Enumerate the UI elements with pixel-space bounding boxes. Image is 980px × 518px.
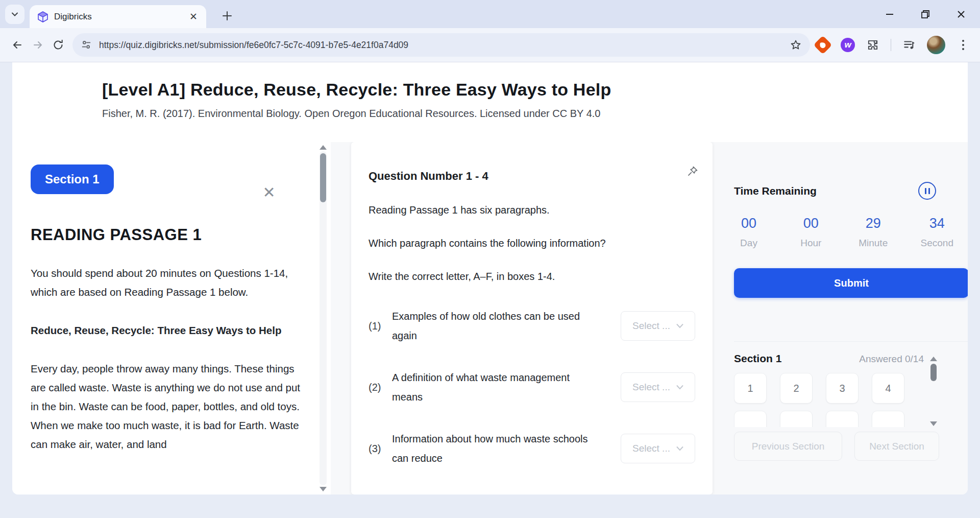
forward-arrow-icon <box>32 39 44 51</box>
chevron-down-icon <box>676 446 683 451</box>
chevron-down-icon <box>676 385 683 390</box>
citation-text: Fisher, M. R. (2017). Environmental Biol… <box>102 108 968 120</box>
back-button[interactable] <box>7 35 28 55</box>
section-badge[interactable]: Section 1 <box>31 164 114 194</box>
address-bar[interactable]: https://quiz.digibricks.net/submission/f… <box>72 33 810 57</box>
timer-hour: 00 Hour <box>796 216 826 249</box>
passage-scrollbar[interactable] <box>320 145 327 491</box>
page-background: [Level A1] Reduce, Reuse, Recycle: Three… <box>0 62 980 518</box>
extensions-puzzle-button[interactable] <box>865 37 880 53</box>
next-section-button[interactable]: Next Section <box>854 432 939 461</box>
submit-button[interactable]: Submit <box>734 268 968 298</box>
tab-close-icon[interactable]: ✕ <box>188 11 199 22</box>
chevron-down-icon <box>11 10 19 18</box>
timer-second: 34 Second <box>921 216 953 249</box>
question-nav-button-5[interactable] <box>734 411 767 427</box>
quiz-sidebar: Time Remaining 00 Day 00 Hour <box>734 142 968 495</box>
question-row-4: (4) An explanation of what happens at a … <box>369 486 695 495</box>
question-row-2: (2) A definition of what waste managemen… <box>369 363 695 411</box>
section-label: Section 1 <box>734 352 781 365</box>
restore-button[interactable] <box>919 8 932 21</box>
pause-icon <box>925 188 926 194</box>
forward-button[interactable] <box>28 35 48 55</box>
page-title: [Level A1] Reduce, Reuse, Recycle: Three… <box>102 80 968 100</box>
timer-minute: 29 Minute <box>859 216 888 249</box>
url-text: https://quiz.digibricks.net/submission/f… <box>99 40 408 51</box>
question-grid-scrollbar[interactable] <box>930 357 937 426</box>
pin-icon[interactable] <box>686 164 699 178</box>
question-nav-button-1[interactable]: 1 <box>734 373 767 404</box>
question-nav-button-4[interactable]: 4 <box>872 373 904 404</box>
extension-writer-icon[interactable]: w <box>841 38 855 52</box>
scrollbar-thumb[interactable] <box>930 364 937 381</box>
question-number: (3) <box>369 443 392 455</box>
bookmark-button[interactable] <box>790 39 802 51</box>
scroll-down-arrow-icon[interactable] <box>930 421 937 426</box>
bookmark-star-icon <box>790 39 802 51</box>
minimize-button[interactable] <box>883 8 896 21</box>
passage-paragraph: Every day, people throw away many things… <box>31 359 310 454</box>
question-nav-button-3[interactable]: 3 <box>826 373 859 404</box>
answer-select-2[interactable]: Select ... <box>621 372 695 402</box>
question-group-heading: Question Number 1 - 4 <box>369 170 695 183</box>
media-controls-button[interactable] <box>901 37 917 53</box>
quiz-header: [Level A1] Reduce, Reuse, Recycle: Three… <box>12 62 968 120</box>
reload-icon <box>52 39 64 51</box>
toolbar-extensions-area: w <box>815 36 973 54</box>
passage-heading: READING PASSAGE 1 <box>31 226 331 244</box>
previous-section-button[interactable]: Previous Section <box>734 432 842 461</box>
question-number-grid: 1 2 3 4 <box>734 373 916 427</box>
passage-instructions: You should spend about 20 minutes on Que… <box>31 264 292 301</box>
scrollbar-thumb[interactable] <box>320 153 326 202</box>
question-nav-button-7[interactable] <box>826 411 859 427</box>
answer-select-3[interactable]: Select ... <box>621 434 695 463</box>
pause-timer-button[interactable] <box>918 182 936 200</box>
question-intro-2: Which paragraph contains the following i… <box>369 238 695 249</box>
question-intro-3: Write the correct letter, A–F, in boxes … <box>369 271 695 282</box>
playlist-music-icon <box>902 38 916 52</box>
answered-count: Answered 0/14 <box>859 354 924 365</box>
window-controls <box>883 0 975 28</box>
passage-title: Reduce, Reuse, Recycle: Three Easy Ways … <box>31 321 286 340</box>
scroll-up-arrow-icon[interactable] <box>930 357 937 361</box>
reload-button[interactable] <box>48 35 68 55</box>
site-settings-tune-icon <box>81 39 92 51</box>
question-row-1: (1) Examples of how old clothes can be u… <box>369 302 695 350</box>
sidebar-divider <box>734 341 968 342</box>
tab-title: Digibricks <box>54 12 183 22</box>
question-nav-button-2[interactable]: 2 <box>780 373 813 404</box>
answer-select-1[interactable]: Select ... <box>621 311 695 341</box>
tab-list-chevron-button[interactable] <box>5 5 24 24</box>
tab-strip: Digibricks ✕ <box>0 0 980 28</box>
question-number: (1) <box>369 320 392 332</box>
question-nav-button-6[interactable] <box>780 411 813 427</box>
toolbar-divider <box>891 39 891 51</box>
close-window-button[interactable] <box>954 8 968 21</box>
new-tab-button[interactable] <box>218 7 236 25</box>
time-remaining-label: Time Remaining <box>734 185 817 197</box>
browser-menu-button[interactable] <box>955 37 971 53</box>
profile-avatar[interactable] <box>927 36 945 54</box>
scroll-up-arrow-icon[interactable] <box>320 145 327 150</box>
timer-day: 00 Day <box>734 216 764 249</box>
quiz-app-card: [Level A1] Reduce, Reuse, Recycle: Three… <box>12 62 968 495</box>
chevron-down-icon <box>676 323 683 328</box>
question-number: (2) <box>369 382 392 393</box>
scroll-down-arrow-icon[interactable] <box>320 487 327 491</box>
countdown-timer: 00 Day 00 Hour 29 Minute 34 <box>734 216 968 249</box>
extension-orange-icon[interactable] <box>815 37 830 53</box>
question-text: A definition of what waste management me… <box>392 368 592 407</box>
browser-toolbar: https://quiz.digibricks.net/submission/f… <box>0 28 980 62</box>
browser-tab[interactable]: Digibricks ✕ <box>30 5 206 28</box>
question-text: Information about how much waste schools… <box>392 429 592 468</box>
passage-close-icon[interactable]: ✕ <box>261 185 277 200</box>
question-list: (1) Examples of how old clothes can be u… <box>369 302 695 495</box>
pause-icon <box>928 188 930 194</box>
quiz-workspace: Section 1 ✕ READING PASSAGE 1 You should… <box>12 142 968 495</box>
digibricks-favicon-cube-icon <box>37 11 49 23</box>
question-row-3: (3) Information about how much waste sch… <box>369 425 695 473</box>
reading-passage-panel: Section 1 ✕ READING PASSAGE 1 You should… <box>12 142 331 495</box>
question-nav-button-8[interactable] <box>872 411 904 427</box>
puzzle-icon <box>866 38 879 52</box>
browser-window: Digibricks ✕ <box>0 0 980 518</box>
